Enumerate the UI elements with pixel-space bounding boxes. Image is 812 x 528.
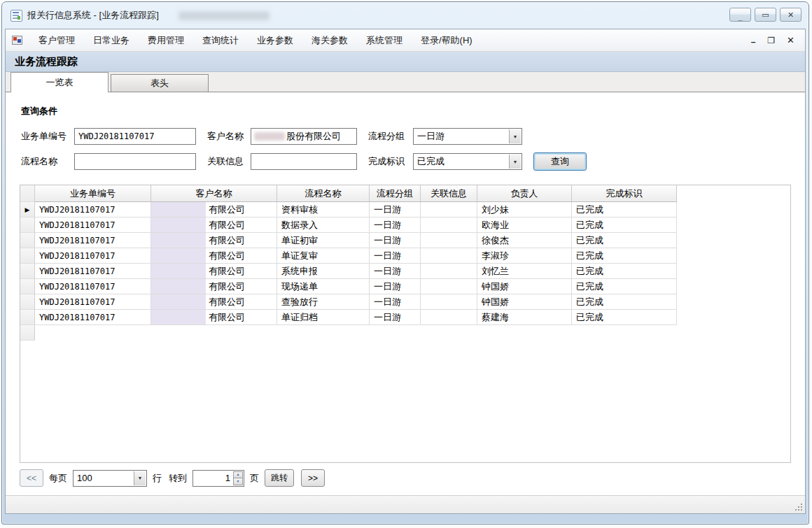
menu-item-2[interactable]: 费用管理: [139, 32, 193, 49]
table-row[interactable]: YWDJ20181107017 有限公司 单证初审 一日游 徐俊杰 已完成: [20, 233, 790, 248]
table-row[interactable]: YWDJ20181107017 有限公司 单证复审 一日游 李淑珍 已完成: [20, 248, 790, 264]
menu-item-0[interactable]: 客户管理: [29, 32, 84, 49]
cell-owner: 刘忆兰: [477, 264, 572, 279]
tab-overview[interactable]: 一览表: [10, 72, 108, 92]
column-header-related[interactable]: 关联信息: [421, 185, 477, 202]
menu-item-4[interactable]: 业务参数: [248, 32, 302, 49]
cell-business-no: YWDJ20181107017: [35, 202, 151, 217]
customer-name-input[interactable]: 股份有限公司: [251, 128, 357, 145]
window-title: 报关行信息系统 - [业务流程跟踪]: [27, 9, 159, 22]
table-row[interactable]: YWDJ20181107017 有限公司 数据录入 一日游 欧海业 已完成: [20, 217, 790, 233]
page-size-value: 100: [77, 473, 92, 483]
query-section-title: 查询条件: [21, 105, 791, 117]
complete-flag-select[interactable]: 已完成 ▼: [413, 153, 522, 170]
table-row[interactable]: YWDJ20181107017 有限公司 系统申报 一日游 刘忆兰 已完成: [20, 264, 790, 279]
column-header-owner[interactable]: 负责人: [477, 185, 572, 202]
row-selector[interactable]: [20, 217, 35, 233]
row-selector[interactable]: [20, 310, 35, 325]
page-size-select[interactable]: 100 ▼: [73, 470, 147, 487]
column-header-process[interactable]: 流程名称: [277, 185, 370, 202]
spin-down-icon[interactable]: ▼: [233, 478, 243, 485]
cell-status: 已完成: [572, 217, 677, 233]
column-header-status[interactable]: 完成标识: [572, 185, 677, 202]
cell-group: 一日游: [370, 310, 421, 325]
table-body: ▶ YWDJ20181107017 有限公司 资料审核 一日游 刘少妹 已完成 …: [20, 202, 790, 325]
cell-status: 已完成: [572, 233, 677, 248]
column-header-customer[interactable]: 客户名称: [151, 185, 277, 202]
cell-owner: 钟国娇: [477, 279, 572, 294]
cell-related: [421, 217, 477, 233]
cell-related: [421, 294, 477, 310]
menu-item-5[interactable]: 海关参数: [302, 32, 357, 49]
cell-group: 一日游: [370, 233, 421, 248]
menu-items: 客户管理日常业务费用管理查询统计业务参数海关参数系统管理登录/帮助(H): [29, 32, 482, 49]
menu-item-3[interactable]: 查询统计: [193, 32, 248, 49]
row-selector[interactable]: [20, 248, 35, 264]
menubar: 客户管理日常业务费用管理查询统计业务参数海关参数系统管理登录/帮助(H) – ❐…: [6, 29, 805, 52]
cell-process: 系统申报: [277, 264, 370, 279]
row-selector[interactable]: [20, 325, 35, 341]
rows-label: 行: [153, 472, 162, 485]
redacted-customer-name: [151, 217, 206, 232]
next-page-button[interactable]: >>: [301, 469, 325, 487]
page-number-input[interactable]: [193, 471, 232, 486]
query-button[interactable]: 查询: [533, 152, 587, 171]
table-row[interactable]: YWDJ20181107017 有限公司 单证归档 一日游 蔡建海 已完成: [20, 310, 790, 325]
prev-page-button[interactable]: <<: [20, 469, 43, 487]
cell-group: 一日游: [370, 279, 421, 294]
redacted-customer-name: [151, 233, 206, 248]
complete-flag-value: 已完成: [417, 155, 444, 168]
cell-group: 一日游: [370, 264, 421, 279]
process-name-input[interactable]: [75, 154, 195, 169]
minimize-button[interactable]: _: [729, 8, 751, 22]
table-row[interactable]: YWDJ20181107017 有限公司 查验放行 一日游 钟国娇 已完成: [20, 294, 790, 310]
mdi-restore-button[interactable]: ❐: [767, 36, 775, 45]
business-no-input[interactable]: [75, 129, 195, 144]
cell-customer: 有限公司: [151, 310, 277, 325]
cell-customer: 有限公司: [151, 233, 277, 248]
table-row[interactable]: YWDJ20181107017 有限公司 现场递单 一日游 钟国娇 已完成: [20, 279, 790, 294]
customer-suffix: 有限公司: [209, 265, 245, 278]
cell-process: 资料审核: [277, 202, 370, 217]
table-row[interactable]: ▶ YWDJ20181107017 有限公司 资料审核 一日游 刘少妹 已完成: [20, 202, 790, 217]
cell-owner: 钟国娇: [477, 294, 572, 310]
process-group-select[interactable]: 一日游 ▼: [413, 128, 522, 145]
jump-button[interactable]: 跳转: [265, 469, 294, 487]
chevron-down-icon[interactable]: ▼: [509, 155, 521, 169]
close-button[interactable]: ✕: [780, 8, 802, 22]
mdi-child-icon[interactable]: [12, 36, 22, 45]
restore-button[interactable]: ▭: [755, 8, 776, 22]
row-selector[interactable]: [20, 264, 35, 279]
row-selector[interactable]: [20, 294, 35, 310]
column-header-business-no[interactable]: 业务单编号: [35, 185, 151, 202]
menu-item-6[interactable]: 系统管理: [357, 32, 412, 49]
menu-item-7[interactable]: 登录/帮助(H): [412, 32, 482, 49]
process-group-label: 流程分组: [368, 130, 413, 143]
cell-related: [421, 233, 477, 248]
app-window: 报关行信息系统 - [业务流程跟踪] _ ▭ ✕ 客户管理日常业务费用管理查询统…: [1, 1, 809, 525]
process-group-value: 一日游: [417, 130, 444, 143]
menu-item-1[interactable]: 日常业务: [84, 32, 139, 49]
mdi-close-button[interactable]: ✕: [787, 36, 794, 45]
spin-up-icon[interactable]: ▲: [233, 471, 243, 479]
cell-business-no: YWDJ20181107017: [35, 233, 151, 248]
cell-process: 现场递单: [277, 279, 370, 294]
row-selector-current[interactable]: ▶: [20, 202, 35, 217]
chevron-down-icon[interactable]: ▼: [134, 471, 146, 485]
row-selector[interactable]: [20, 233, 35, 248]
cell-status: 已完成: [572, 294, 677, 310]
column-header-group[interactable]: 流程分组: [370, 185, 421, 202]
cell-process: 单证归档: [277, 310, 370, 325]
related-info-input[interactable]: [251, 154, 356, 169]
cell-status: 已完成: [572, 248, 677, 264]
cell-related: [421, 279, 477, 294]
process-name-label: 流程名称: [21, 155, 74, 168]
resize-grip-icon[interactable]: [801, 509, 802, 511]
chevron-down-icon[interactable]: ▼: [509, 129, 521, 143]
cell-customer: 有限公司: [151, 202, 277, 217]
mdi-minimize-button[interactable]: –: [751, 38, 756, 46]
row-selector[interactable]: [20, 279, 35, 294]
cell-related: [421, 264, 477, 279]
tab-header[interactable]: 表头: [111, 74, 209, 92]
titlebar: 报关行信息系统 - [业务流程跟踪] _ ▭ ✕: [2, 2, 808, 29]
